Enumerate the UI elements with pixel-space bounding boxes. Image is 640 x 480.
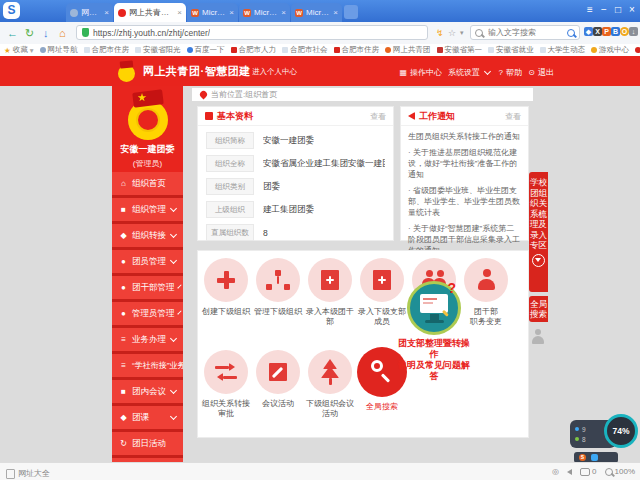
refresh-icon[interactable]: ↻ <box>25 26 34 40</box>
bookmark-item[interactable]: 合肥市社会 <box>282 45 328 55</box>
bookmark-item[interactable]: 安徽省阳光 <box>135 45 181 55</box>
field-label: 组织全称 <box>206 155 254 172</box>
bookmark-item[interactable]: 网上共青团 <box>385 45 431 55</box>
ops-center-link[interactable]: ▦操作中心 <box>399 67 442 78</box>
close-window-button[interactable]: × <box>626 4 638 15</box>
bookmark-item[interactable]: 网址导航 <box>40 45 78 55</box>
action-manage-sub-org[interactable]: 管理下级组织 <box>252 258 304 317</box>
favorite-star-icon[interactable]: ☆ <box>448 26 456 40</box>
browser-window: S 网址大全 × 网上共青团·智慧团建 × W Microsoft Word -… <box>0 0 640 480</box>
memory-gauge[interactable]: 74% <box>604 414 638 448</box>
bookmark-item[interactable]: 百度一下 <box>187 45 225 55</box>
browser-titlebar: S 网址大全 × 网上共青团·智慧团建 × W Microsoft Word -… <box>0 0 640 22</box>
sidebar-item-business[interactable]: ≡业务办理 <box>112 328 183 351</box>
sidebar-item-school-link[interactable]: ≡“学社衔接”业务 <box>112 354 183 377</box>
sidebar-item-member-manage[interactable]: ●团员管理 <box>112 250 183 273</box>
sidebar-item-activities[interactable]: ↻团日活动 <box>112 432 183 455</box>
tab-close-icon[interactable]: × <box>177 8 182 17</box>
action-add-cadre[interactable]: 录入本级团干部 <box>304 258 356 327</box>
maximize-button[interactable]: □ <box>612 4 624 15</box>
extension-icon[interactable]: B <box>611 27 620 36</box>
sidebar-item-org-home[interactable]: ⌂组织首页 <box>112 172 183 195</box>
home-icon[interactable]: ⌂ <box>59 26 66 40</box>
bookmark-item[interactable]: 安徽省第一 <box>437 45 483 55</box>
help-link[interactable]: ?帮助 <box>499 67 522 78</box>
sogou-mini-icon[interactable]: S <box>579 454 586 461</box>
tab-label: Microsoft Word - 飞… <box>306 7 330 18</box>
bookmark-item[interactable]: 合肥市人力 <box>231 45 277 55</box>
bookmark-item[interactable]: 合肥市住房 <box>334 45 380 55</box>
action-sub-org-meetings[interactable]: 下级组织会议活动 <box>304 350 356 419</box>
search-go-icon[interactable] <box>567 29 575 37</box>
help-overlay[interactable]: ? 团支部整理暨转操作 说明及常见问题解答 <box>398 281 470 382</box>
sidebar-item-lessons[interactable]: ◆团课 <box>112 406 183 429</box>
sidebar-item-cadre-manage[interactable]: ●团干部管理 <box>112 276 183 299</box>
menu-icon[interactable]: ≡ <box>584 4 596 15</box>
caret-down-icon[interactable]: ▾ <box>460 26 464 40</box>
system-settings-link[interactable]: 系统设置 <box>448 67 490 78</box>
sogou-logo-icon[interactable]: S <box>3 2 20 19</box>
notice-item[interactable]: 生团员组织关系转接工作的通知 <box>408 131 521 142</box>
sidebar-item-admin-manage[interactable]: ●管理员管理 <box>112 302 183 325</box>
notice-item[interactable]: · 省级团委毕业班、毕业生团支部、毕业学生、毕业学生团员数量统计表 <box>408 185 521 218</box>
security-shield-icon <box>82 28 89 37</box>
extension-icon[interactable]: X <box>593 27 602 36</box>
extension-icon[interactable]: O <box>620 27 629 36</box>
question-mark-icon: ? <box>447 280 456 296</box>
sidebar-item-org-transfer[interactable]: ◆组织转接 <box>112 224 183 247</box>
minimize-button[interactable]: − <box>598 4 610 15</box>
action-meeting-activity[interactable]: 会议活动 <box>252 350 304 409</box>
chevron-down-icon <box>170 387 177 394</box>
breadcrumb: 当前位置:组织首页 <box>192 88 533 101</box>
messages-indicator[interactable]: 0 <box>580 467 596 476</box>
back-icon[interactable]: ← <box>7 26 18 40</box>
tab-close-icon[interactable]: × <box>229 8 234 17</box>
sidebar-item-meetings[interactable]: ■团内会议 <box>112 380 183 403</box>
action-create-sub-org[interactable]: 创建下级组织 <box>200 258 252 317</box>
address-bar[interactable]: https://zhtj.youth.cn/zhtj/center/ <box>76 25 428 40</box>
download-icon[interactable]: ↓ <box>43 26 49 40</box>
download-manager-icon[interactable]: ↓ <box>629 27 638 36</box>
zoom-control[interactable]: 100% <box>605 467 635 476</box>
notice-item[interactable]: · 关于推进基层团组织规范化建设，做好“学社衔接”准备工作的通知 <box>408 147 521 180</box>
lightning-icon[interactable]: ↯ <box>436 26 444 40</box>
chevron-down-icon <box>170 413 177 420</box>
new-tab-button[interactable] <box>344 5 358 19</box>
boost-ball-widget[interactable]: 9 8 74% S <box>570 414 638 462</box>
basic-info-view-link[interactable]: 查看 <box>370 111 386 122</box>
tab-word-2[interactable]: W Microsoft Word - 飞… × <box>239 3 290 22</box>
tab-word-3[interactable]: W Microsoft Word - 飞… × <box>291 3 342 22</box>
bookmark-item[interactable]: 大学生动态 <box>540 45 586 55</box>
chevron-down-icon <box>170 231 177 238</box>
word-favicon-icon: W <box>295 9 303 17</box>
action-transfer-approval[interactable]: 组织关系转接审批 <box>200 350 252 419</box>
home-icon: ⌂ <box>119 179 128 188</box>
logout-link[interactable]: ⊙退出 <box>528 67 554 78</box>
tab-zhtj-active[interactable]: 网上共青团·智慧团建 × <box>114 3 186 22</box>
extension-icon[interactable]: P <box>602 27 611 36</box>
search-input[interactable] <box>486 27 564 38</box>
target-icon[interactable]: ◎ <box>552 467 559 476</box>
customer-service-icon[interactable] <box>530 328 546 344</box>
bookmark-favorites[interactable]: ★收藏▾ <box>4 45 34 55</box>
sidebar-item-org-manage[interactable]: ■组织管理 <box>112 198 183 221</box>
global-search-tab[interactable]: 全局搜索 <box>529 296 548 322</box>
bookmark-item[interactable]: 小说大全 <box>635 45 640 55</box>
tab-close-icon[interactable]: × <box>333 8 338 17</box>
enter-personal-center-link[interactable]: 进入个人中心 <box>252 67 297 77</box>
url-text[interactable]: https://zhtj.youth.cn/zhtj/center/ <box>93 28 210 38</box>
bookmark-item[interactable]: 合肥市住房 <box>84 45 130 55</box>
school-transfer-zone-tab[interactable]: 学校团组织关系梳理及录入专区 <box>529 172 548 292</box>
bookmark-item[interactable]: 安徽省就业 <box>488 45 534 55</box>
search-box[interactable] <box>470 25 580 40</box>
extension-icon[interactable]: ◆ <box>584 27 593 36</box>
tab-close-icon[interactable]: × <box>104 8 109 17</box>
tab-close-icon[interactable]: × <box>281 8 286 17</box>
tab-site-nav[interactable]: 网址大全 × <box>66 3 113 22</box>
notices-view-link[interactable]: 查看 <box>505 111 521 122</box>
tab-word-1[interactable]: W Microsoft Word - 飞… × <box>187 3 238 22</box>
bookmark-item[interactable]: 游戏中心 <box>591 45 629 55</box>
speaker-icon[interactable] <box>567 469 572 475</box>
message-bubble-icon <box>580 468 590 476</box>
boost-mini-icon[interactable] <box>591 454 598 461</box>
